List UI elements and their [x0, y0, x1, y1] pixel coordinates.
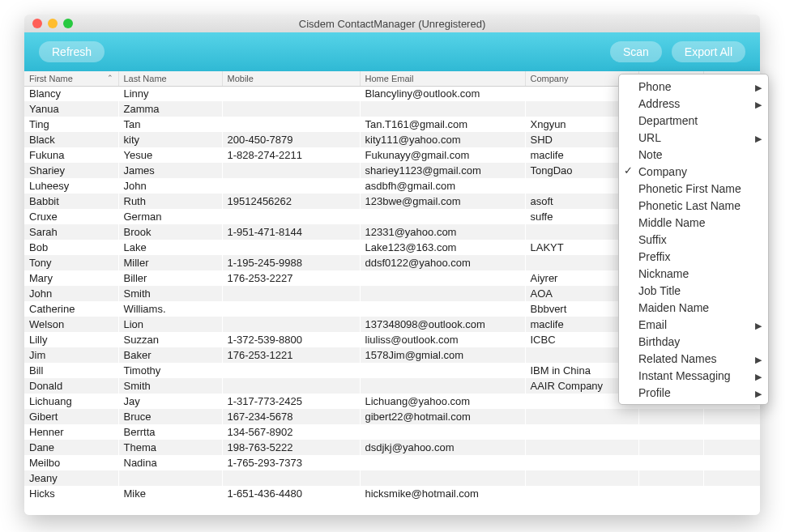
- menu-item[interactable]: Instant Messaging▶: [619, 367, 768, 384]
- table-cell: Yanua: [24, 101, 118, 117]
- table-cell: dsdjkj@yahoo.com: [360, 440, 525, 455]
- table-cell: [360, 209, 525, 224]
- table-cell: Miller: [118, 255, 222, 270]
- table-row[interactable]: GibertBruce167-234-5678gibert22@hotmail.…: [24, 409, 760, 424]
- table-cell-empty: [638, 486, 703, 501]
- menu-item-label: Address: [638, 97, 680, 110]
- column-header-first-name[interactable]: First Name ⌃: [24, 71, 118, 86]
- menu-item[interactable]: Department: [619, 112, 768, 129]
- table-cell: Tan.T161@gmail.com: [360, 117, 525, 132]
- close-icon[interactable]: [32, 19, 42, 28]
- table-row[interactable]: HennerBerrtta134-567-8902: [24, 424, 760, 440]
- table-cell: Luheesy: [24, 178, 118, 194]
- table-cell: [222, 301, 360, 317]
- table-cell: Meilbo: [24, 455, 118, 470]
- table-cell-empty: [703, 470, 760, 486]
- column-header-mobile[interactable]: Mobile: [222, 71, 360, 86]
- table-cell: Hicks: [24, 486, 118, 501]
- table-cell: Fukunayy@gmail.com: [360, 147, 525, 163]
- table-cell: Smith: [118, 286, 222, 301]
- table-cell: [525, 470, 638, 486]
- zoom-icon[interactable]: [63, 19, 73, 28]
- table-row[interactable]: Jeany: [24, 470, 760, 486]
- menu-item-label: Profile: [638, 386, 671, 399]
- table-cell: [118, 470, 222, 486]
- table-cell: Fukuna: [24, 147, 118, 163]
- refresh-button[interactable]: Refresh: [39, 41, 105, 62]
- table-cell: Smith: [118, 378, 222, 394]
- table-cell: Williams.: [118, 301, 222, 317]
- menu-item[interactable]: Nickname: [619, 265, 768, 282]
- submenu-arrow-icon: ▶: [755, 318, 762, 333]
- menu-item[interactable]: Profile▶: [619, 384, 768, 401]
- menu-item-label: Middle Name: [638, 216, 705, 229]
- menu-item-label: Phonetic Last Name: [638, 199, 741, 212]
- table-cell: gibert22@hotmail.com: [360, 409, 525, 424]
- table-cell: John: [24, 286, 118, 301]
- table-cell: [360, 286, 525, 301]
- menu-item[interactable]: ✓Company: [619, 163, 768, 180]
- titlebar: Cisdem ContactManager (Unregistered): [24, 15, 760, 32]
- table-cell: liuliss@outlook.com: [360, 332, 525, 347]
- table-cell: Lake: [118, 240, 222, 255]
- menu-item[interactable]: Maiden Name: [619, 299, 768, 316]
- table-cell: [222, 117, 360, 132]
- menu-item[interactable]: Phonetic Last Name: [619, 197, 768, 214]
- scan-button[interactable]: Scan: [610, 41, 662, 62]
- table-cell-empty: [703, 424, 760, 440]
- table-cell: German: [118, 209, 222, 224]
- menu-item[interactable]: Phone▶: [619, 78, 768, 95]
- column-header-home-email[interactable]: Home Email: [360, 71, 525, 86]
- menu-item[interactable]: Address▶: [619, 95, 768, 112]
- menu-item[interactable]: Middle Name: [619, 214, 768, 231]
- menu-item[interactable]: Job Title: [619, 282, 768, 299]
- table-cell: 167-234-5678: [222, 409, 360, 424]
- table-cell-empty: [638, 455, 703, 470]
- menu-item[interactable]: Related Names▶: [619, 350, 768, 367]
- table-cell: Biller: [118, 270, 222, 286]
- table-cell: Nadina: [118, 455, 222, 470]
- table-cell: Shariey: [24, 163, 118, 178]
- menu-item[interactable]: Suffix: [619, 231, 768, 248]
- table-cell: 1-828-274-2211: [222, 147, 360, 163]
- menu-item[interactable]: Email▶: [619, 316, 768, 333]
- table-cell: 200-450-7879: [222, 132, 360, 147]
- table-row[interactable]: DaneThema198-763-5222dsdjkj@yahoo.com: [24, 440, 760, 455]
- export-all-button[interactable]: Export All: [672, 41, 745, 62]
- table-cell: Cruxe: [24, 209, 118, 224]
- table-cell: Donald: [24, 378, 118, 394]
- table-cell-empty: [703, 455, 760, 470]
- menu-item-label: Job Title: [638, 284, 681, 297]
- table-cell: Berrtta: [118, 424, 222, 440]
- menu-item-label: URL: [638, 131, 661, 144]
- menu-item-label: Company: [638, 165, 687, 178]
- table-cell: 134-567-8902: [222, 424, 360, 440]
- minimize-icon[interactable]: [48, 19, 58, 28]
- table-row[interactable]: HicksMike1-651-436-4480hicksmike@hotmail…: [24, 486, 760, 501]
- table-cell: asdbfh@gmail.com: [360, 178, 525, 194]
- table-cell: 137348098@outlook.com: [360, 317, 525, 332]
- checkmark-icon: ✓: [624, 164, 633, 178]
- menu-item[interactable]: Birthday: [619, 333, 768, 350]
- table-cell: Bill: [24, 363, 118, 378]
- table-cell-empty: [638, 470, 703, 486]
- table-cell: Linny: [118, 86, 222, 101]
- menu-item-label: Birthday: [638, 335, 680, 348]
- table-cell: 123bwe@gmail.com: [360, 194, 525, 209]
- menu-item[interactable]: Phonetic First Name: [619, 180, 768, 197]
- menu-item[interactable]: Preffix: [619, 248, 768, 265]
- toolbar: Refresh Scan Export All: [24, 32, 760, 71]
- menu-item-label: Department: [638, 114, 698, 127]
- table-cell: [222, 363, 360, 378]
- menu-item[interactable]: Note: [619, 146, 768, 163]
- table-cell: ddsf0122@yahoo.com: [360, 255, 525, 270]
- table-row[interactable]: MeilboNadina1-765-293-7373: [24, 455, 760, 470]
- table-cell: Ting: [24, 117, 118, 132]
- table-cell: [360, 301, 525, 317]
- table-cell: [525, 486, 638, 501]
- menu-item[interactable]: URL▶: [619, 129, 768, 146]
- column-header-last-name[interactable]: Last Name: [118, 71, 222, 86]
- table-cell: [525, 440, 638, 455]
- table-cell: Mary: [24, 270, 118, 286]
- table-cell: Bruce: [118, 409, 222, 424]
